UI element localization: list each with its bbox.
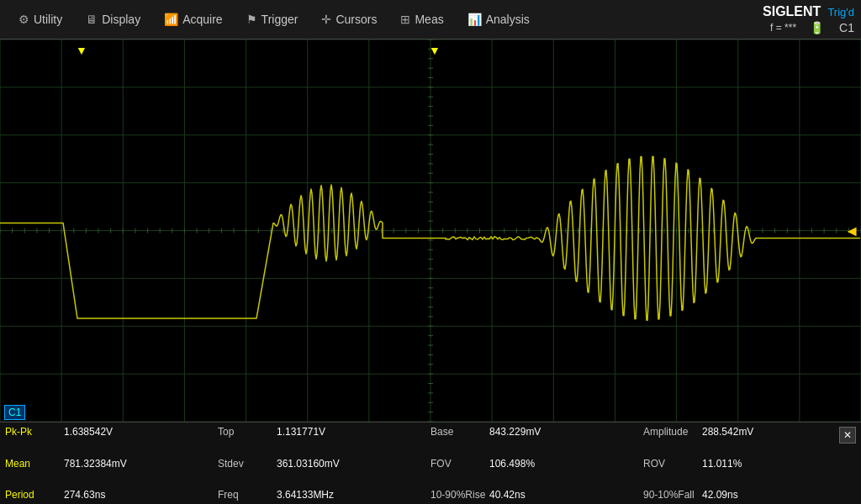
trigger-marker-ch: ▼ <box>76 44 87 57</box>
meas-close-button[interactable]: ✕ <box>839 427 856 444</box>
meas-base: Base 843.229mV <box>430 426 643 438</box>
meas-fall-value: 42.09ns <box>702 489 738 501</box>
brand-name: SIGLENT <box>763 4 821 19</box>
meas-stdev: Stdev 361.03160mV <box>218 458 430 470</box>
meas-pkpk-label: Pk-Pk <box>5 426 64 438</box>
meas-row-1: Pk-Pk 1.638542V Top 1.131771V Base 843.2… <box>5 426 856 438</box>
meas-row-3: Period 274.63ns Freq 3.64133MHz 10-90%Ri… <box>5 489 856 501</box>
meas-bar: Pk-Pk 1.638542V Top 1.131771V Base 843.2… <box>0 422 861 504</box>
meas-freq-label: Freq <box>218 489 277 501</box>
meas-fov: FOV 106.498% <box>430 458 643 470</box>
menu-acquire[interactable]: 📶 Acquire <box>152 0 234 39</box>
meas-pkpk: Pk-Pk 1.638542V <box>5 426 218 438</box>
meas-amplitude-label: Amplitude <box>643 426 702 438</box>
meas-mean-label: Mean <box>5 458 64 470</box>
meas-fall-label: 90-10%Fall <box>643 489 702 501</box>
meas-rov: ROV 11.011% <box>643 458 856 470</box>
meas-base-value: 843.229mV <box>489 426 541 438</box>
meas-amplitude-value: 288.542mV <box>702 426 753 438</box>
meas-mean-value: 781.32384mV <box>64 458 127 470</box>
meas-base-label: Base <box>430 426 489 438</box>
analysis-icon: 📊 <box>467 13 482 26</box>
meas-rise: 10-90%Rise 40.42ns <box>430 489 643 501</box>
meas-fov-value: 106.498% <box>489 458 535 470</box>
meas-rise-label: 10-90%Rise <box>430 489 489 501</box>
meas-pkpk-value: 1.638542V <box>64 426 113 438</box>
channel-label: C1 <box>839 21 854 34</box>
scope-area: ▼ ▼ ◄ C1 <box>0 39 861 422</box>
meas-amplitude: Amplitude 288.542mV <box>643 426 856 438</box>
meas-rov-label: ROV <box>643 458 702 470</box>
menu-meas[interactable]: ⊞ Meas <box>388 0 455 39</box>
meas-mean: Mean 781.32384mV <box>5 458 218 470</box>
trigger-marker-top: ▼ <box>429 44 441 57</box>
meas-period: Period 274.63ns <box>5 489 218 501</box>
ch1-level-arrow: ◄ <box>844 223 859 240</box>
ch1-scope-label: C1 <box>4 405 25 420</box>
meas-top-label: Top <box>218 426 277 438</box>
cursors-icon: ✛ <box>321 13 331 26</box>
waveform-display <box>0 39 861 422</box>
battery-icon: 🔋 <box>810 21 824 34</box>
meas-stdev-value: 361.03160mV <box>277 458 340 470</box>
trig-status: Trig'd <box>827 6 854 18</box>
meas-top: Top 1.131771V <box>218 426 430 438</box>
meas-period-value: 274.63ns <box>64 489 105 501</box>
menu-utility[interactable]: ⚙ Utility <box>7 0 74 39</box>
meas-rise-value: 40.42ns <box>489 489 526 501</box>
acquire-icon: 📶 <box>164 13 178 26</box>
meas-row-2: Mean 781.32384mV Stdev 361.03160mV FOV 1… <box>5 458 856 470</box>
menu-trigger[interactable]: ⚑ Trigger <box>235 0 310 39</box>
meas-freq: Freq 3.64133MHz <box>218 489 430 501</box>
utility-icon: ⚙ <box>18 13 29 26</box>
trigger-icon: ⚑ <box>246 13 257 26</box>
meas-fov-label: FOV <box>430 458 489 470</box>
meas-top-value: 1.131771V <box>277 426 325 438</box>
freq-display: f = *** <box>770 22 796 34</box>
meas-rov-value: 11.011% <box>702 458 742 470</box>
menu-cursors[interactable]: ✛ Cursors <box>309 0 388 39</box>
meas-stdev-label: Stdev <box>218 458 277 470</box>
menu-analysis[interactable]: 📊 Analysis <box>456 0 541 39</box>
meas-period-label: Period <box>5 489 64 501</box>
brand-area: SIGLENT Trig'd f = *** 🔋 C1 <box>763 4 854 34</box>
display-icon: 🖥 <box>86 13 98 26</box>
meas-freq-value: 3.64133MHz <box>277 489 334 501</box>
meas-icon: ⊞ <box>400 13 410 26</box>
meas-fall: 90-10%Fall 42.09ns <box>643 489 856 501</box>
menu-display[interactable]: 🖥 Display <box>74 0 152 39</box>
menu-bar: ⚙ Utility 🖥 Display 📶 Acquire ⚑ Trigger … <box>0 0 861 39</box>
